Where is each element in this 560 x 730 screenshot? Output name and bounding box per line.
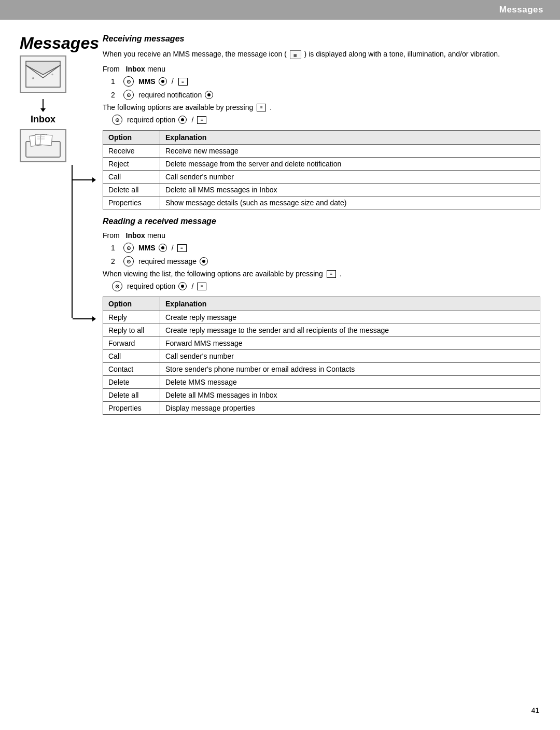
table-cell-explanation: Show message details (such as message si… [160,196,540,209]
table-row: RejectDelete message from the server and… [103,158,540,171]
step2-receiving: 2 ⊙ required notification [111,90,540,100]
list-icon-5: ≡ [327,270,336,278]
inbox-icon [20,129,66,162]
nav-wheel-icon-1: ⊙ [123,76,134,87]
nav-wheel-icon-4: ⊙ [123,243,134,253]
select-button-1 [159,77,167,86]
from-inbox-line: From Inbox menu [103,65,540,73]
table-cell-option: Call [103,171,160,184]
table-row: DeleteDelete MMS message [103,376,540,389]
header-title: Messages [499,5,543,15]
receiving-intro: When you receive an MMS message, the mes… [103,49,540,60]
nav-option-line-1: ⊙ required option / ≡ [111,115,540,125]
select-button-5 [200,257,208,265]
nav-wheel-icon-6: ⊙ [112,281,122,291]
table-cell-explanation: Forward MMS message [160,337,540,350]
table-cell-option: Call [103,350,160,363]
svg-text:✦: ✦ [31,76,35,81]
table1-col1-header: Option [103,131,160,145]
arrow-reading [72,316,96,321]
mms-notification-icon: ▦ [290,50,301,59]
list-icon-2: ≡ [257,104,266,111]
inbox-label: Inbox [20,114,66,125]
sidebar: Messages ✦ ✦ [20,34,97,422]
table-row: CallCall sender's number [103,350,540,363]
down-arrow-icon [43,99,44,108]
table-row: ContactStore sender's phone number or em… [103,363,540,376]
table1-col2-header: Explanation [160,131,540,145]
table-cell-explanation: Create reply message [160,311,540,324]
following-options-1: The following options are available by p… [103,103,540,111]
table-cell-option: Contact [103,363,160,376]
nav-option-line-2: ⊙ required option / ≡ [111,281,540,291]
table-cell-explanation: Delete all MMS messages in Inbox [160,389,540,402]
table-cell-explanation: Call sender's number [160,171,540,184]
table-cell-explanation: Delete MMS message [160,376,540,389]
nav-wheel-icon-3: ⊙ [112,115,122,125]
table-row: ReceiveReceive new message [103,145,540,158]
table-cell-explanation: Call sender's number [160,350,540,363]
receiving-section: Receiving messages When you receive an M… [103,34,540,209]
arrow-receiving [72,177,96,182]
table-cell-option: Properties [103,196,160,209]
table-cell-option: Delete all [103,184,160,196]
select-button-6 [178,282,187,290]
table-row: Delete allDelete all MMS messages in Inb… [103,389,540,402]
from-inbox-line-2: From Inbox menu [103,231,540,240]
main-content: Receiving messages When you receive an M… [97,34,540,422]
table-cell-option: Reply to all [103,324,160,337]
table-cell-explanation: Receive new message [160,145,540,158]
table-cell-option: Delete [103,376,160,389]
list-icon-4: ≡ [177,244,187,252]
nav-wheel-icon-5: ⊙ [123,256,134,266]
step2-reading: 2 ⊙ required message [111,256,540,266]
page-title: Messages [20,34,99,52]
table-cell-option: Receive [103,145,160,158]
step1-reading: 1 ⊙ MMS / ≡ [111,243,540,253]
table-cell-option: Properties [103,402,160,415]
table-cell-explanation: Delete all MMS messages in Inbox [160,184,540,196]
page-number: 41 [531,706,539,714]
table-cell-option: Forward [103,337,160,350]
table-cell-explanation: Create reply message to the sender and a… [160,324,540,337]
step1-receiving: 1 ⊙ MMS / ≡ [111,76,540,87]
table-row: PropertiesShow message details (such as … [103,196,540,209]
header-bar: Messages [0,0,560,20]
table2-col2-header: Explanation [160,297,540,311]
svg-rect-6 [40,134,52,146]
list-icon-3: ≡ [197,116,206,124]
table-cell-option: Delete all [103,389,160,402]
svg-text:✦: ✦ [51,73,54,76]
table-cell-explanation: Store sender's phone number or email add… [160,363,540,376]
table-row: CallCall sender's number [103,171,540,184]
table-cell-option: Reply [103,311,160,324]
options-table-2: Option Explanation ReplyCreate reply mes… [103,297,540,415]
arrow-down-head [40,108,46,112]
reading-title: Reading a received message [103,217,540,226]
receiving-title: Receiving messages [103,34,540,44]
table-cell-explanation: Display message properties [160,402,540,415]
table-row: ForwardForward MMS message [103,337,540,350]
table-cell-explanation: Delete message from the server and delet… [160,158,540,171]
table-row: ReplyCreate reply message [103,311,540,324]
vertical-connector-line [72,165,73,318]
table-cell-option: Reject [103,158,160,171]
table-row: Reply to allCreate reply message to the … [103,324,540,337]
options-table-1: Option Explanation ReceiveReceive new me… [103,130,540,209]
table-row: PropertiesDisplay message properties [103,402,540,415]
reading-section: Reading a received message From Inbox me… [103,217,540,415]
list-icon-1: ≡ [178,78,188,86]
nav-wheel-icon-2: ⊙ [123,90,134,100]
select-button-2 [205,91,213,99]
select-button-4 [159,244,167,252]
table2-col1-header: Option [103,297,160,311]
following-options-2: When viewing the list, the following opt… [103,270,540,278]
list-icon-6: ≡ [197,283,206,290]
table-row: Delete allDelete all MMS messages in Inb… [103,184,540,196]
select-button-3 [178,116,187,124]
envelope-icon: ✦ ✦ [20,55,66,93]
